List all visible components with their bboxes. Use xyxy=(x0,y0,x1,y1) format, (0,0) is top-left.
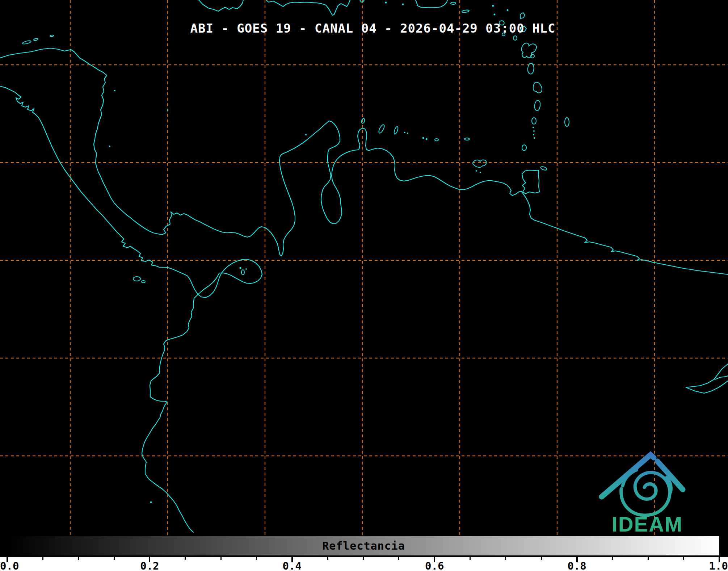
island-hispaniola xyxy=(266,0,350,15)
island-pearl-2 xyxy=(245,268,247,270)
island-tobago xyxy=(540,166,547,171)
island-barbados xyxy=(565,118,569,126)
colorbar-tick-label: 0.8 xyxy=(561,560,593,571)
ideam-logo xyxy=(602,455,683,515)
island-trinidad xyxy=(522,170,539,194)
island-san-andres xyxy=(109,146,110,147)
island-pearl-rey xyxy=(241,270,244,275)
island-roatan xyxy=(22,40,31,45)
island-cubagua xyxy=(480,172,481,173)
island-guanaja xyxy=(34,38,38,41)
island-coiba xyxy=(133,277,140,281)
island-serranilla xyxy=(167,109,168,111)
island-cebaco xyxy=(142,281,145,283)
coastlines xyxy=(0,48,728,532)
island-la-tortuga xyxy=(464,138,470,140)
colorbar-minor-tick xyxy=(505,557,506,560)
colorbar-label: Reflectancia xyxy=(322,539,405,552)
island-montserrat xyxy=(513,36,517,40)
image-title: ABI - GOES 19 - CANAL 04 - 2026-04-29 03… xyxy=(190,21,555,35)
colorbar-minor-tick xyxy=(648,557,649,560)
island-la-orchila xyxy=(435,139,438,141)
island-la-plata xyxy=(150,501,152,503)
colorbar-tick-label: 0.6 xyxy=(418,560,451,571)
island-los-monjes xyxy=(305,134,307,135)
island-st-vincent xyxy=(532,118,536,124)
colorbar-minor-tick xyxy=(185,557,186,560)
coastline-caribbean xyxy=(0,48,728,274)
logo-spiral-icon xyxy=(621,473,670,515)
island-st-croix xyxy=(462,10,470,13)
island-grenada xyxy=(522,145,526,151)
island-barbuda xyxy=(520,13,525,18)
colorbar-minor-tick xyxy=(612,557,613,560)
colorbar-tick-label: 0.0 xyxy=(0,560,33,571)
colorbar-tick-label: 1.0 xyxy=(695,560,728,571)
colorbar-minor-tick xyxy=(256,557,257,560)
colorbar-minor-tick xyxy=(683,557,684,560)
island-las-aves-1 xyxy=(404,132,405,133)
coastline-amazon-channel xyxy=(715,376,728,379)
colorbar-tick-label: 0.2 xyxy=(133,560,166,571)
island-utila xyxy=(50,35,54,37)
satellite-viewer-screen: ABI - GOES 19 - CANAL 04 - 2026-04-29 03… xyxy=(0,0,728,571)
island-pearl-1 xyxy=(240,267,241,269)
colorbar-minor-tick xyxy=(114,557,115,560)
colorbar: Reflectancia xyxy=(7,536,720,556)
island-vieques xyxy=(451,2,456,4)
island-curacao xyxy=(378,124,385,134)
island-providencia xyxy=(114,90,115,91)
colorbar-axis: 0.00.20.40.60.81.0 xyxy=(0,557,728,571)
colorbar-minor-tick xyxy=(363,557,364,560)
island-grenadine-2 xyxy=(533,130,535,132)
island-st-eustatius xyxy=(494,14,496,16)
island-saba xyxy=(492,5,494,7)
island-las-aves-2 xyxy=(407,133,408,134)
island-los-roques-2 xyxy=(426,138,428,140)
island-grenadine-3 xyxy=(533,134,534,135)
colorbar-minor-tick xyxy=(220,557,222,560)
colorbar-minor-tick xyxy=(470,557,471,560)
island-mona xyxy=(402,4,404,5)
colorbar-minor-tick xyxy=(78,557,79,560)
ideam-logo-text: IDEAM xyxy=(597,512,698,536)
colorbar-tick-label: 0.4 xyxy=(276,560,308,571)
coastline-pacific xyxy=(0,86,262,532)
island-beata xyxy=(385,2,387,4)
island-aruba xyxy=(361,118,365,124)
map-canvas xyxy=(0,0,728,535)
island-grenadine-1 xyxy=(533,127,534,128)
coastline-amazon-estuary xyxy=(686,364,728,393)
island-st-lucia xyxy=(535,101,540,111)
colorbar-minor-tick xyxy=(327,557,328,560)
island-martinique xyxy=(533,82,542,93)
island-jamaica xyxy=(199,0,243,11)
island-bonaire xyxy=(393,126,399,134)
island-coche xyxy=(476,170,477,172)
island-grenadine-4 xyxy=(534,137,535,139)
colorbar-minor-tick xyxy=(42,557,43,560)
colorbar-minor-tick xyxy=(541,557,542,560)
colorbar-minor-tick xyxy=(398,557,399,560)
islands xyxy=(22,0,569,503)
graticule-grid xyxy=(0,0,728,535)
satellite-map: ABI - GOES 19 - CANAL 04 - 2026-04-29 03… xyxy=(0,0,728,535)
island-los-roques-1 xyxy=(422,137,424,139)
island-anguilla xyxy=(507,9,509,11)
island-margarita xyxy=(473,160,486,168)
island-puerto-rico xyxy=(416,0,447,8)
